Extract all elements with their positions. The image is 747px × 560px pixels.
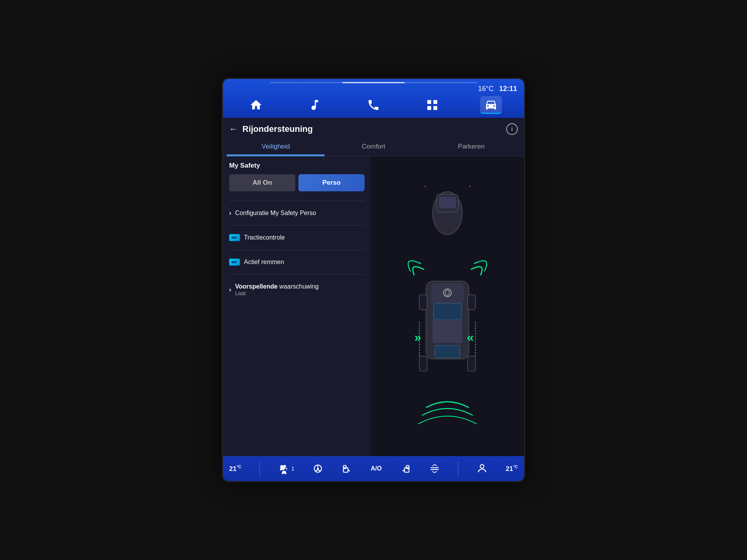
- bottom-bar: 21°C 1: [223, 456, 524, 481]
- ac-toggle[interactable]: A/O: [371, 465, 382, 472]
- seat-icon-left: [342, 463, 352, 474]
- voorspellende-sub: Laat: [235, 290, 319, 296]
- svg-rect-35: [430, 467, 438, 468]
- header-left: ← Rijondersteuning: [229, 124, 313, 134]
- voorspellende-main: Voorspellende waarschuwing: [235, 283, 319, 290]
- svg-point-37: [480, 465, 484, 468]
- tab-parkeren[interactable]: Parkeren: [423, 139, 520, 156]
- chevron-icon: ›: [229, 210, 231, 217]
- left-temp-group: 21°C: [229, 464, 241, 473]
- info-button[interactable]: i: [506, 123, 518, 135]
- svg-rect-17: [468, 295, 475, 310]
- right-temp-group: 21°C: [506, 464, 518, 473]
- right-temp: 21°C: [506, 464, 518, 473]
- left-temp: 21°C: [229, 464, 241, 473]
- svg-rect-3: [231, 261, 237, 263]
- tractie-icon: [229, 234, 240, 241]
- svg-rect-19: [468, 356, 475, 371]
- driver-icon: [477, 463, 487, 474]
- svg-rect-18: [419, 356, 427, 371]
- tractie-label: Tractiecontrole: [244, 234, 365, 241]
- remmen-label: Actief remmen: [244, 259, 365, 266]
- svg-rect-16: [419, 295, 427, 310]
- svg-rect-6: [439, 197, 456, 208]
- remmen-item[interactable]: Actief remmen: [229, 253, 365, 271]
- voorspellende-item[interactable]: › Voorspellende waarschuwing Laat: [229, 278, 365, 302]
- driver-icon-group[interactable]: [477, 463, 487, 474]
- main-navigation: [223, 94, 524, 118]
- divider-2: [229, 225, 365, 226]
- seat-icon-right: [400, 463, 411, 474]
- divider-1: [229, 201, 365, 201]
- sep-2: [458, 462, 458, 476]
- clock-display: 12:11: [499, 85, 517, 93]
- tab-veiligheid[interactable]: Veiligheid: [227, 139, 324, 156]
- steering-heat[interactable]: [312, 463, 323, 474]
- svg-text:«: «: [467, 330, 474, 344]
- car-screen: 16°C 12:11: [222, 78, 525, 482]
- ac-label: A/O: [371, 465, 382, 472]
- tractie-item[interactable]: Tractiecontrole: [229, 229, 365, 247]
- safety-toggle-group: All On Perso: [229, 174, 365, 191]
- perso-button[interactable]: Perso: [298, 174, 365, 191]
- svg-rect-10: [431, 283, 464, 304]
- temperature-display: 16°C: [478, 85, 494, 93]
- rear-defrost[interactable]: [429, 463, 440, 474]
- section-title: My Safety: [229, 162, 365, 170]
- seat-heat-left[interactable]: [342, 463, 352, 474]
- svg-rect-36: [430, 469, 438, 470]
- sep-1: [260, 462, 260, 476]
- status-row: 16°C 12:11: [223, 83, 524, 94]
- car-visualization: !: [371, 156, 524, 456]
- page-title: Rijondersteuning: [242, 124, 313, 134]
- nav-home[interactable]: [245, 96, 267, 114]
- divider-4: [229, 274, 365, 275]
- remmen-icon: [229, 259, 240, 266]
- top-bar: 16°C 12:11: [223, 79, 524, 118]
- nav-phone[interactable]: [363, 96, 384, 114]
- nav-car[interactable]: [480, 96, 502, 114]
- svg-rect-11: [433, 303, 461, 320]
- fan-level: 1: [291, 466, 295, 472]
- svg-rect-13: [435, 345, 460, 358]
- config-item[interactable]: › Configuratie My Safety Perso: [229, 204, 365, 222]
- svg-rect-12: [433, 320, 462, 343]
- main-split: My Safety All On Perso › Configuratie My…: [223, 156, 524, 456]
- content-area: ← Rijondersteuning i Veiligheid Comfort …: [223, 118, 524, 456]
- seat-heat-right[interactable]: [400, 463, 411, 474]
- divider-3: [229, 250, 365, 250]
- nav-media[interactable]: [304, 96, 326, 114]
- voorspellende-chevron: ›: [229, 286, 231, 293]
- all-on-button[interactable]: All On: [229, 174, 295, 191]
- page-header: ← Rijondersteuning i: [223, 118, 524, 139]
- fan-group[interactable]: 1: [278, 463, 295, 474]
- right-panel: !: [371, 156, 524, 456]
- left-panel: My Safety All On Perso › Configuratie My…: [223, 156, 371, 456]
- fan-icon: [278, 463, 289, 474]
- brightness-slider[interactable]: [270, 82, 477, 83]
- svg-point-25: [317, 468, 319, 470]
- tab-bar: Veiligheid Comfort Parkeren: [223, 139, 524, 156]
- back-button[interactable]: ←: [229, 124, 238, 134]
- tab-comfort[interactable]: Comfort: [324, 139, 422, 156]
- svg-line-28: [318, 469, 321, 471]
- voorspellende-text: Voorspellende waarschuwing Laat: [235, 283, 319, 296]
- steering-wheel-icon: [312, 463, 323, 474]
- svg-line-27: [315, 469, 318, 471]
- config-label: Configuratie My Safety Perso: [235, 210, 365, 217]
- svg-rect-1: [231, 236, 237, 239]
- svg-text:»: »: [414, 330, 421, 344]
- defrost-icon: [429, 463, 440, 474]
- nav-apps[interactable]: [421, 96, 443, 114]
